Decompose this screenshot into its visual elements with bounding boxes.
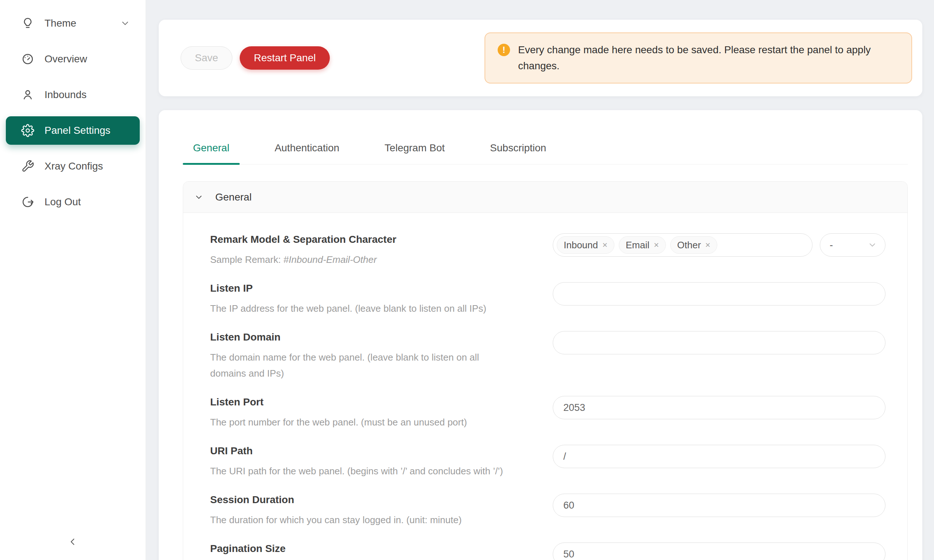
separator-select[interactable]: - — [820, 233, 885, 257]
user-icon — [21, 88, 34, 102]
section-title: General — [215, 191, 252, 203]
wrench-icon — [21, 160, 34, 173]
toolbar-card: Save Restart Panel Every change made her… — [159, 20, 922, 96]
sidebar-item-log-out[interactable]: Log Out — [6, 188, 140, 216]
field-label: Pagination Size — [210, 543, 538, 555]
field-description: The IP address for the web panel. (leave… — [210, 300, 538, 317]
sidebar-item-label: Xray Configs — [45, 160, 103, 172]
sidebar-item-xray-configs[interactable]: Xray Configs — [6, 152, 140, 180]
field-label: Session Duration — [210, 494, 538, 506]
tab-label: Subscription — [490, 142, 546, 154]
tag-label: Other — [677, 240, 701, 251]
bulb-icon — [21, 17, 34, 30]
save-button[interactable]: Save — [180, 46, 233, 70]
general-form: Remark Model & Separation Character Samp… — [183, 213, 907, 560]
field-label: Listen Domain — [210, 331, 538, 343]
field-description: The URI path for the web panel. (begins … — [210, 463, 538, 479]
sidebar-item-theme[interactable]: Theme — [6, 9, 140, 38]
tag-label: Email — [626, 240, 649, 251]
general-collapse-panel: General Remark Model & Separation Charac… — [183, 181, 908, 560]
field-label: Listen Port — [210, 396, 538, 408]
listen-port-input[interactable] — [553, 396, 885, 419]
remark-model-multiselect[interactable]: Inbound×Email×Other× — [553, 233, 812, 257]
form-row-pagination-size: Pagination Size — [210, 543, 885, 560]
chevron-down-icon — [868, 240, 877, 250]
sidebar-nav: Theme Overview Inbounds Panel Settings X… — [0, 0, 146, 216]
sidebar-item-overview[interactable]: Overview — [6, 45, 140, 73]
restart-panel-button[interactable]: Restart Panel — [240, 46, 330, 70]
field-description: The port number for the web panel. (must… — [210, 414, 538, 430]
remark-tag-inbound: Inbound× — [557, 236, 614, 254]
listen-domain-input[interactable] — [553, 331, 885, 354]
sidebar-item-label: Panel Settings — [45, 125, 111, 136]
chevron-left-icon — [68, 536, 79, 549]
form-row-uri-path: URI Path The URI path for the web panel.… — [210, 445, 885, 479]
sample-remark-prefix: Sample Remark: — [210, 254, 284, 265]
tab-telegram-bot[interactable]: Telegram Bot — [375, 142, 455, 164]
pagination-size-input[interactable] — [553, 543, 885, 560]
form-row-listen-domain: Listen Domain The domain name for the we… — [210, 331, 885, 382]
form-row-listen-ip: Listen IP The IP address for the web pan… — [210, 282, 885, 317]
sidebar: Theme Overview Inbounds Panel Settings X… — [0, 0, 146, 560]
separator-select-value: - — [830, 240, 833, 251]
field-description: Sample Remark: #Inbound-Email-Other — [210, 252, 538, 268]
tag-label: Inbound — [564, 240, 598, 251]
tag-remove-icon[interactable]: × — [654, 241, 659, 249]
chevron-down-icon — [194, 192, 203, 202]
field-description: The duration for which you can stay logg… — [210, 512, 538, 528]
sidebar-item-label: Log Out — [45, 196, 81, 208]
dashboard-icon — [21, 52, 34, 66]
general-collapse-header[interactable]: General — [183, 182, 907, 213]
tag-remove-icon[interactable]: × — [705, 241, 711, 249]
warning-alert-text: Every change made here needs to be saved… — [518, 42, 897, 74]
field-label: URI Path — [210, 445, 538, 457]
sidebar-collapse-button[interactable] — [65, 534, 81, 551]
form-row-session-duration: Session Duration The duration for which … — [210, 494, 885, 528]
sidebar-item-label: Theme — [45, 17, 76, 29]
sidebar-item-label: Inbounds — [45, 89, 86, 101]
settings-card: General Authentication Telegram Bot Subs… — [159, 110, 922, 560]
sample-remark-value: #Inbound-Email-Other — [284, 254, 377, 265]
session-duration-input[interactable] — [553, 494, 885, 517]
main-content: Save Restart Panel Every change made her… — [146, 0, 934, 560]
field-description: The domain name for the web panel. (leav… — [210, 349, 513, 382]
tag-remove-icon[interactable]: × — [603, 241, 607, 249]
remark-tag-other: Other× — [670, 236, 717, 254]
chevron-down-icon — [120, 18, 130, 28]
sidebar-item-label: Overview — [45, 53, 87, 65]
logout-icon — [21, 195, 34, 209]
tab-label: Authentication — [275, 142, 339, 154]
exclamation-circle-icon — [498, 44, 510, 56]
listen-ip-input[interactable] — [553, 282, 885, 306]
field-label: Remark Model & Separation Character — [210, 233, 538, 246]
sidebar-item-panel-settings[interactable]: Panel Settings — [6, 116, 140, 145]
form-row-remark-model: Remark Model & Separation Character Samp… — [210, 233, 885, 268]
remark-tag-email: Email× — [619, 236, 666, 254]
tab-label: Telegram Bot — [385, 142, 445, 154]
tab-authentication[interactable]: Authentication — [265, 142, 350, 164]
gear-icon — [21, 124, 34, 137]
sidebar-item-inbounds[interactable]: Inbounds — [6, 81, 140, 109]
tab-general[interactable]: General — [183, 142, 240, 164]
field-label: Listen IP — [210, 282, 538, 295]
tab-subscription[interactable]: Subscription — [480, 142, 556, 164]
warning-alert: Every change made here needs to be saved… — [484, 32, 912, 83]
tab-label: General — [193, 142, 230, 154]
uri-path-input[interactable] — [553, 445, 885, 468]
form-row-listen-port: Listen Port The port number for the web … — [210, 396, 885, 430]
tab-bar: General Authentication Telegram Bot Subs… — [183, 142, 908, 165]
